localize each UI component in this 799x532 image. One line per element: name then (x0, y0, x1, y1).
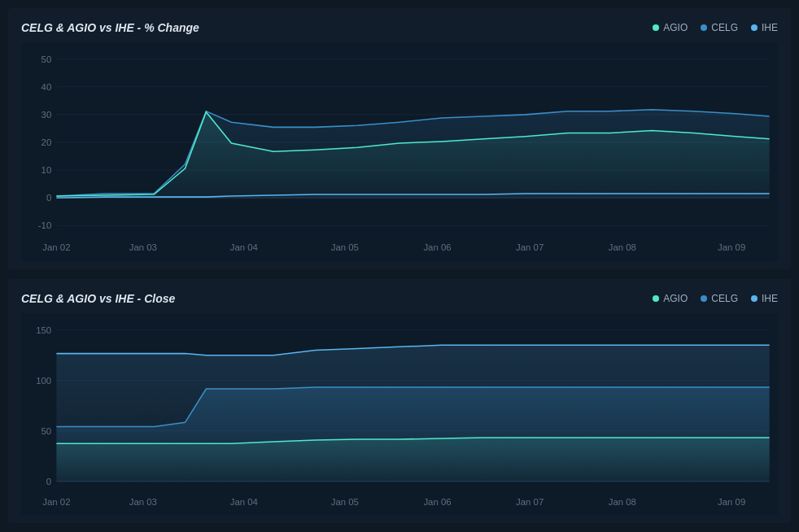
chart2-legend: AGIO CELG IHE (653, 293, 778, 304)
svg-text:100: 100 (36, 375, 51, 385)
svg-text:Jan 06: Jan 06 (423, 496, 451, 506)
svg-text:150: 150 (36, 325, 51, 334)
svg-text:Jan 02: Jan 02 (42, 496, 70, 506)
chart2-header: CELG & AGIO vs IHE - Close AGIO CELG IHE (21, 292, 778, 305)
chart2-agio-label: AGIO (663, 293, 688, 304)
legend-item-celg: CELG (701, 22, 738, 33)
svg-text:Jan 03: Jan 03 (129, 496, 157, 506)
chart2-legend-item-celg: CELG (701, 293, 738, 304)
celg-dot (701, 24, 707, 31)
chart2-celg-label: CELG (711, 293, 738, 304)
legend-item-ihe: IHE (751, 22, 778, 33)
chart2-legend-item-ihe: IHE (751, 293, 778, 304)
svg-text:Jan 08: Jan 08 (609, 242, 636, 252)
chart2-agio-dot (653, 295, 659, 302)
svg-text:-10: -10 (38, 220, 51, 230)
ihe-label: IHE (762, 22, 778, 33)
svg-text:20: 20 (41, 137, 52, 147)
svg-text:Jan 09: Jan 09 (718, 242, 745, 252)
svg-text:Jan 04: Jan 04 (230, 496, 258, 506)
svg-text:0: 0 (46, 193, 51, 203)
chart2-svg: 150 100 50 0 (21, 313, 778, 515)
svg-text:10: 10 (41, 165, 52, 175)
celg-label: CELG (711, 22, 738, 33)
chart1-header: CELG & AGIO vs IHE - % Change AGIO CELG … (21, 21, 778, 34)
svg-text:Jan 02: Jan 02 (42, 242, 70, 252)
svg-text:Jan 08: Jan 08 (609, 496, 636, 506)
chart1-container: CELG & AGIO vs IHE - % Change AGIO CELG … (8, 8, 791, 269)
chart2-area: 150 100 50 0 (21, 313, 778, 515)
svg-text:Jan 06: Jan 06 (423, 242, 451, 252)
svg-text:50: 50 (41, 425, 52, 435)
svg-text:0: 0 (46, 476, 51, 486)
agio-dot (653, 24, 659, 31)
svg-text:50: 50 (41, 55, 52, 64)
chart2-ihe-dot (751, 295, 758, 302)
chart2-celg-dot (701, 295, 707, 302)
svg-text:Jan 03: Jan 03 (129, 242, 157, 252)
legend-item-agio: AGIO (653, 22, 688, 33)
svg-text:Jan 05: Jan 05 (331, 242, 359, 252)
chart2-legend-item-agio: AGIO (653, 293, 688, 304)
chart1-legend: AGIO CELG IHE (653, 22, 778, 33)
svg-text:30: 30 (41, 110, 52, 120)
chart1-svg: 50 40 30 20 10 0 -10 (21, 42, 778, 261)
chart1-title: CELG & AGIO vs IHE - % Change (21, 21, 199, 34)
svg-text:40: 40 (41, 82, 52, 92)
ihe-dot (751, 24, 758, 31)
svg-text:Jan 07: Jan 07 (516, 496, 544, 506)
agio-label: AGIO (663, 22, 688, 33)
chart2-title: CELG & AGIO vs IHE - Close (21, 292, 175, 305)
chart2-ihe-label: IHE (762, 293, 778, 304)
svg-text:Jan 07: Jan 07 (516, 242, 544, 252)
svg-text:Jan 05: Jan 05 (331, 496, 359, 506)
chart2-container: CELG & AGIO vs IHE - Close AGIO CELG IHE (8, 279, 791, 523)
chart1-area: 50 40 30 20 10 0 -10 (21, 42, 778, 261)
svg-text:Jan 04: Jan 04 (230, 242, 258, 252)
svg-text:Jan 09: Jan 09 (718, 496, 745, 506)
